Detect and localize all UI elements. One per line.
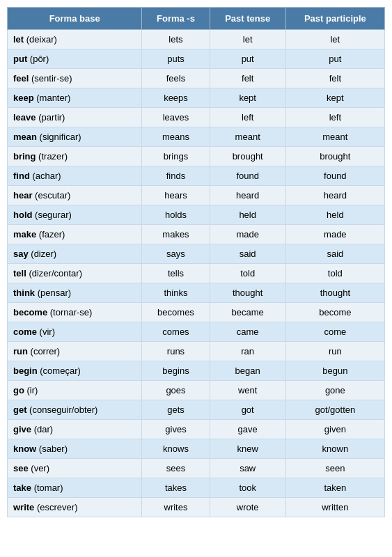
cell-base-form: tell (dizer/contar) <box>8 264 142 283</box>
cell-base-form: get (conseguir/obter) <box>8 400 142 420</box>
cell-past-participle: thought <box>285 283 384 303</box>
table-row: tell (dizer/contar)tellstoldtold <box>8 264 385 283</box>
cell-forma-s: hears <box>142 186 210 205</box>
cell-forma-s: means <box>142 127 210 147</box>
cell-base-form: let (deixar) <box>8 30 142 49</box>
cell-past-tense: kept <box>210 88 285 108</box>
table-row: see (ver)seessawseen <box>8 459 385 478</box>
cell-past-participle: felt <box>285 69 384 88</box>
cell-past-participle: brought <box>285 147 384 166</box>
cell-past-participle: written <box>285 498 384 517</box>
cell-base-form: give (dar) <box>8 420 142 439</box>
table-row: become (tornar-se)becomesbecamebecome <box>8 303 385 322</box>
table-row: think (pensar)thinksthoughtthought <box>8 283 385 303</box>
cell-forma-s: runs <box>142 342 210 361</box>
cell-base-form: feel (sentir-se) <box>8 69 142 88</box>
cell-past-participle: got/gotten <box>285 400 384 420</box>
cell-past-tense: knew <box>210 439 285 459</box>
cell-past-tense: saw <box>210 459 285 478</box>
cell-past-participle: said <box>285 244 384 264</box>
cell-past-tense: became <box>210 303 285 322</box>
cell-forma-s: becomes <box>142 303 210 322</box>
cell-base-form: think (pensar) <box>8 283 142 303</box>
cell-past-participle: held <box>285 205 384 225</box>
cell-past-participle: told <box>285 264 384 283</box>
cell-base-form: mean (significar) <box>8 127 142 147</box>
cell-forma-s: feels <box>142 69 210 88</box>
cell-past-tense: found <box>210 166 285 186</box>
cell-past-participle: known <box>285 439 384 459</box>
cell-forma-s: tells <box>142 264 210 283</box>
cell-forma-s: says <box>142 244 210 264</box>
cell-forma-s: writes <box>142 498 210 517</box>
table-row: make (fazer)makesmademade <box>8 225 385 244</box>
cell-past-tense: brought <box>210 147 285 166</box>
cell-forma-s: brings <box>142 147 210 166</box>
cell-forma-s: makes <box>142 225 210 244</box>
cell-base-form: hear (escutar) <box>8 186 142 205</box>
cell-past-tense: heard <box>210 186 285 205</box>
cell-past-tense: said <box>210 244 285 264</box>
header-past-tense: Past tense <box>210 8 285 30</box>
cell-past-tense: wrote <box>210 498 285 517</box>
cell-past-tense: gave <box>210 420 285 439</box>
cell-forma-s: puts <box>142 49 210 69</box>
cell-past-participle: seen <box>285 459 384 478</box>
cell-past-participle: let <box>285 30 384 49</box>
cell-base-form: go (ir) <box>8 381 142 400</box>
cell-past-participle: given <box>285 420 384 439</box>
cell-past-participle: begun <box>285 361 384 381</box>
table-row: get (conseguir/obter)getsgotgot/gotten <box>8 400 385 420</box>
cell-base-form: say (dizer) <box>8 244 142 264</box>
cell-past-tense: held <box>210 205 285 225</box>
cell-past-tense: got <box>210 400 285 420</box>
cell-past-tense: went <box>210 381 285 400</box>
cell-past-participle: gone <box>285 381 384 400</box>
table-row: find (achar)findsfoundfound <box>8 166 385 186</box>
table-row: keep (manter)keepskeptkept <box>8 88 385 108</box>
cell-past-participle: become <box>285 303 384 322</box>
cell-past-tense: thought <box>210 283 285 303</box>
cell-base-form: become (tornar-se) <box>8 303 142 322</box>
cell-forma-s: gets <box>142 400 210 420</box>
table-row: come (vir)comescamecome <box>8 322 385 342</box>
cell-past-participle: made <box>285 225 384 244</box>
table-row: run (correr)runsranrun <box>8 342 385 361</box>
cell-past-tense: meant <box>210 127 285 147</box>
cell-past-participle: put <box>285 49 384 69</box>
cell-base-form: see (ver) <box>8 459 142 478</box>
cell-base-form: make (fazer) <box>8 225 142 244</box>
cell-past-participle: found <box>285 166 384 186</box>
cell-past-participle: left <box>285 108 384 127</box>
cell-forma-s: finds <box>142 166 210 186</box>
cell-past-tense: told <box>210 264 285 283</box>
table-row: begin (começar)beginsbeganbegun <box>8 361 385 381</box>
cell-base-form: take (tomar) <box>8 478 142 498</box>
irregular-verbs-table: Forma base Forma -s Past tense Past part… <box>7 7 385 517</box>
cell-forma-s: knows <box>142 439 210 459</box>
cell-past-tense: made <box>210 225 285 244</box>
cell-base-form: run (correr) <box>8 342 142 361</box>
cell-forma-s: gives <box>142 420 210 439</box>
cell-base-form: begin (começar) <box>8 361 142 381</box>
cell-base-form: bring (trazer) <box>8 147 142 166</box>
table-row: hear (escutar)hearsheardheard <box>8 186 385 205</box>
cell-base-form: come (vir) <box>8 322 142 342</box>
table-row: bring (trazer)bringsbroughtbrought <box>8 147 385 166</box>
cell-forma-s: comes <box>142 322 210 342</box>
table-row: write (escrever)writeswrotewritten <box>8 498 385 517</box>
cell-base-form: keep (manter) <box>8 88 142 108</box>
table-row: know (saber)knowsknewknown <box>8 439 385 459</box>
cell-base-form: hold (segurar) <box>8 205 142 225</box>
cell-base-form: leave (partir) <box>8 108 142 127</box>
header-base-form: Forma base <box>8 8 142 30</box>
cell-forma-s: begins <box>142 361 210 381</box>
cell-base-form: put (pôr) <box>8 49 142 69</box>
cell-past-tense: took <box>210 478 285 498</box>
table-row: put (pôr)putsputput <box>8 49 385 69</box>
header-past-participle: Past participle <box>285 8 384 30</box>
header-forma-s: Forma -s <box>142 8 210 30</box>
cell-forma-s: lets <box>142 30 210 49</box>
table-row: mean (significar)meansmeantmeant <box>8 127 385 147</box>
cell-past-participle: taken <box>285 478 384 498</box>
